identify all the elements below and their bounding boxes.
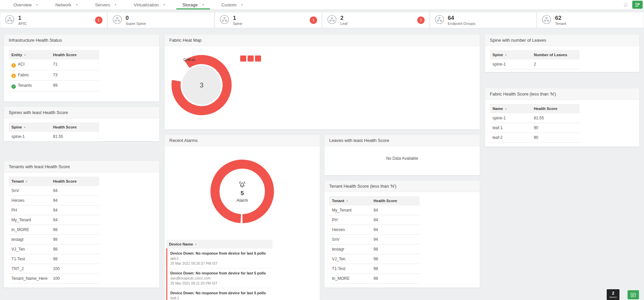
table-row[interactable]: tn_MORE 98	[9, 225, 99, 235]
table-row[interactable]: VJ_Ten 98	[9, 245, 99, 254]
favorite-star-icon[interactable]: ☆	[623, 2, 628, 8]
alarm-summary-badge[interactable]: 2 Alarms	[607, 289, 619, 300]
tenant-name: VJ_Ten	[9, 245, 50, 254]
column-header-device-name[interactable]: Device Name▲	[166, 240, 200, 249]
alert-count-badge[interactable]: 1	[310, 16, 317, 24]
table-row[interactable]: My_Tenant 94	[9, 215, 99, 225]
cluster-icon	[219, 14, 229, 26]
table-row[interactable]: testagr 98	[9, 235, 99, 245]
tenant-health-table: Tenant▲ Health Score My_Tenant 94	[329, 196, 420, 284]
health-score-value: 94	[50, 205, 99, 215]
alert-count-badge[interactable]: 2	[417, 16, 425, 24]
table-row[interactable]: ACI 71	[9, 60, 99, 70]
summary-card[interactable]: 64 Endpoint Groups	[430, 12, 536, 28]
panel-header: Leaves with least Health Score	[325, 135, 480, 146]
table-row[interactable]: PH 94	[9, 205, 99, 215]
table-row[interactable]: VJ_Ten 98	[329, 254, 420, 264]
bottom-action-button[interactable]	[628, 290, 639, 299]
column-header-health-score[interactable]: Health Score	[371, 196, 420, 205]
critical-gauge[interactable]: 3 Critical	[168, 51, 235, 119]
table-row[interactable]: testagr 98	[329, 245, 420, 254]
nav-tab[interactable]: Servers ▾	[86, 0, 125, 9]
table-row[interactable]: spine-1 2	[490, 60, 579, 69]
nav-tab[interactable]: Virtualization ▾	[125, 0, 174, 9]
column-header-spine[interactable]: Spine▲	[9, 122, 50, 132]
column-header-health-score[interactable]: Health Score	[531, 104, 579, 113]
nav-tab[interactable]: Overview ▾	[5, 0, 47, 9]
health-score-value: 99	[50, 81, 99, 91]
column-header-tenant[interactable]: Tenant▲	[329, 196, 371, 205]
alarm-gauge[interactable]: 5 Alarm	[209, 158, 276, 225]
column-header-tenant[interactable]: Tenant▲	[9, 177, 50, 186]
alert-count-badge[interactable]: 1	[95, 16, 102, 24]
tenant-name: TNT_2	[9, 264, 50, 273]
summary-card[interactable]: 0 Super Spine	[108, 12, 214, 28]
alarm-item[interactable]: Device Down: No response from device for…	[166, 268, 272, 288]
bell-icon	[238, 180, 247, 189]
column-header-health-score[interactable]: Health Score	[50, 177, 99, 186]
table-row[interactable]: T1-Test 98	[329, 264, 420, 274]
chevron-down-icon[interactable]: ▾	[241, 3, 243, 6]
table-body: spine-1 2	[490, 60, 579, 69]
table-row[interactable]: spine-1 81.55	[9, 132, 99, 142]
table-header-row: Name▲ Health Score	[490, 104, 579, 113]
summary-card[interactable]: 1 APIC 1	[0, 12, 107, 28]
health-score-value: 98	[371, 274, 420, 283]
spines-table: Spine▲ Health Score spine-1 81.55	[9, 122, 99, 142]
column-header-name[interactable]: Name▲	[490, 104, 531, 113]
panel-header: Tenant Health Score (less than 'N')	[325, 181, 480, 192]
nav-tab[interactable]: Storage ▾	[174, 0, 213, 9]
column-header-health-score[interactable]: Health Score	[50, 122, 99, 132]
table-row[interactable]: Heroes 94	[9, 196, 99, 205]
health-score-value: 98	[371, 245, 420, 254]
chevron-down-icon[interactable]: ▾	[36, 3, 38, 6]
chevron-down-icon[interactable]: ▾	[203, 3, 204, 6]
card-text: 2 Leaf	[340, 15, 347, 26]
cluster-icon	[542, 14, 552, 26]
summary-card[interactable]: 2 Leaf 2	[323, 12, 429, 28]
column-header-health-score[interactable]: Health Score	[50, 50, 99, 60]
table-body: spine-1 81.55 leaf-1 90 leaf-2 90	[490, 113, 579, 143]
nav-tab[interactable]: Network ▾	[47, 0, 86, 9]
alarm-device-name: apic1	[170, 256, 272, 260]
nav-tab-label: Custom	[221, 2, 237, 7]
heatmap-cell[interactable]	[240, 55, 246, 62]
nav-tab-label: Overview	[13, 2, 32, 7]
chevron-down-icon[interactable]: ▾	[76, 3, 78, 6]
chevron-down-icon[interactable]: ▾	[163, 3, 165, 6]
table-row[interactable]: SnV 94	[9, 186, 99, 196]
column-header-entity[interactable]: Entity▲	[9, 50, 50, 60]
table-row[interactable]: My_Tenant 94	[329, 205, 420, 215]
table-row[interactable]: Fabric 73	[9, 70, 99, 81]
table-row[interactable]: Heroes 94	[329, 225, 420, 235]
column-header-number-of-leaves[interactable]: Number of Leaves	[531, 50, 579, 60]
table-header-row: Spine▲ Number of Leaves	[490, 50, 579, 60]
summary-card[interactable]: 1 Spine 1	[215, 12, 321, 28]
column-header-spine[interactable]: Spine▲	[490, 50, 531, 60]
table-row[interactable]: Tenant_Name_Here 100	[9, 274, 99, 284]
table-row[interactable]: tn_MORE 98	[329, 274, 420, 284]
alarm-message: Device Down: No response from device for…	[170, 291, 272, 295]
alarm-message: Device Down: No response from device for…	[170, 251, 272, 255]
tenant-health-score-panel: Tenant Health Score (less than 'N') Tena…	[325, 181, 480, 288]
nav-tab[interactable]: Custom ▾	[213, 0, 251, 9]
table-row[interactable]: PH 94	[329, 215, 420, 225]
heatmap-cell[interactable]	[248, 55, 254, 62]
table-row[interactable]: spine-1 81.55	[490, 113, 579, 123]
table-row[interactable]: leaf-2 90	[490, 133, 579, 143]
table-row[interactable]: SnV 94	[329, 235, 420, 245]
health-score-value: 94	[371, 215, 420, 225]
table-row[interactable]: TNT_2 100	[9, 264, 99, 274]
table-row[interactable]: leaf-1 90	[490, 123, 579, 133]
alarm-item[interactable]: Device Down: No response from device for…	[166, 249, 272, 268]
widget-menu-button[interactable]	[632, 1, 643, 9]
table-row[interactable]: T1-Test 98	[9, 254, 99, 264]
card-label: Spine	[233, 22, 242, 26]
health-score-value: 98	[371, 254, 420, 264]
table-row[interactable]: Tenants 99	[9, 81, 99, 91]
heatmap-cell[interactable]	[255, 55, 261, 62]
alarm-item[interactable]: Device Down: No response from device for…	[166, 288, 272, 300]
chevron-down-icon[interactable]: ▾	[115, 3, 117, 6]
panel-header: Spine with number of Leaves	[485, 35, 639, 46]
summary-card[interactable]: 62 Tenant	[537, 12, 644, 28]
